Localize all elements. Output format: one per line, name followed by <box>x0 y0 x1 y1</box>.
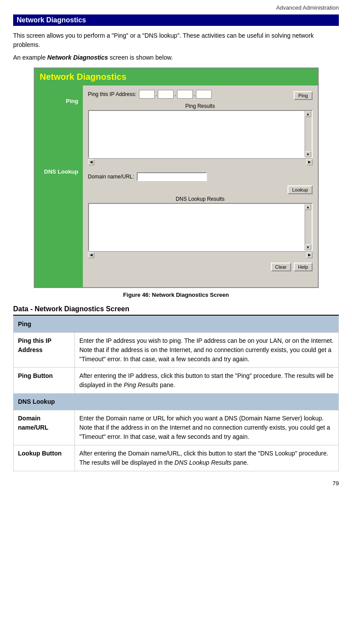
dns-domain-input[interactable] <box>137 172 207 181</box>
table-group-ping: Ping <box>14 316 339 333</box>
dns-results-wrapper: ▲ ▼ ◀ ▶ <box>88 203 313 258</box>
ping-results-wrapper: ▲ ▼ ◀ ▶ <box>88 110 313 165</box>
ping-scroll-down[interactable]: ▼ <box>305 151 311 157</box>
ping-results-label: Ping Results <box>88 103 313 109</box>
dns-scrollbar-h[interactable]: ◀ ▶ <box>88 251 313 258</box>
screen-mockup-header: Network Diagnostics <box>35 68 318 85</box>
dns-results-label: DNS Lookup Results <box>88 196 313 202</box>
help-button[interactable]: Help <box>294 263 313 271</box>
dns-section: Domain name/URL: Lookup DNS Lookup Resul… <box>88 172 313 258</box>
ip-inputs: . . . <box>139 90 212 99</box>
page-header: Advanced Administration <box>13 4 339 11</box>
section-title: Network Diagnostics <box>13 14 339 26</box>
ping-scroll-up[interactable]: ▲ <box>305 111 311 117</box>
ping-button[interactable]: Ping <box>294 91 312 100</box>
table-row: Ping this IP Address Enter the IP addres… <box>14 333 339 368</box>
lookup-button[interactable]: Lookup <box>288 185 312 194</box>
row-desc-domain: Enter the Domain name or URL for which y… <box>75 410 339 445</box>
row-desc-ping-button: After entering the IP address, click thi… <box>75 368 339 394</box>
bottom-buttons: Clear Help <box>88 263 313 275</box>
dns-scroll-right[interactable]: ▶ <box>306 252 313 258</box>
table-row: Lookup Button After entering the Domain … <box>14 445 339 471</box>
screen-content: Ping this IP Address: . . . P <box>83 85 318 287</box>
row-label-domain: Domain name/URL <box>14 410 75 445</box>
row-desc-ping-ip: Enter the IP address you wish to ping. T… <box>75 333 339 368</box>
table-group-dns: DNS Lookup <box>14 394 339 410</box>
screen-sidebar: Ping DNS Lookup <box>35 85 83 287</box>
ping-section: Ping this IP Address: . . . P <box>88 90 313 165</box>
intro-paragraph-2: An example Network Diagnostics screen is… <box>13 53 339 62</box>
ping-scrollbar-h[interactable]: ◀ ▶ <box>88 158 313 165</box>
dns-domain-label: Domain name/URL: <box>88 174 134 180</box>
dns-scroll-left[interactable]: ◀ <box>88 252 94 258</box>
clear-button[interactable]: Clear <box>271 263 291 271</box>
ping-scroll-right[interactable]: ▶ <box>306 159 313 165</box>
dns-domain-row: Domain name/URL: <box>88 172 207 181</box>
ip-octet-2[interactable] <box>158 90 174 99</box>
row-label-ping-ip: Ping this IP Address <box>14 333 75 368</box>
ping-scrollbar-v[interactable]: ▲ ▼ <box>305 111 312 157</box>
row-label-ping-button: Ping Button <box>14 368 75 394</box>
ping-ip-label: Ping this IP Address: <box>88 91 137 97</box>
ip-octet-4[interactable] <box>196 90 212 99</box>
header-title: Advanced Administration <box>276 4 339 11</box>
ping-results-area[interactable]: ▲ ▼ <box>88 110 313 158</box>
screen-mockup-title: Network Diagnostics <box>40 72 127 82</box>
ping-ip-row: Ping this IP Address: . . . <box>88 90 212 99</box>
dns-results-area[interactable]: ▲ ▼ <box>88 203 313 251</box>
screen-mockup-body: Ping DNS Lookup Ping this IP Address: . <box>35 85 318 287</box>
intro-paragraph-1: This screen allows you to perform a "Pin… <box>13 31 339 50</box>
dns-top-row: Domain name/URL: <box>88 172 313 184</box>
ping-top-row: Ping this IP Address: . . . P <box>88 90 313 101</box>
ping-group-header: Ping <box>14 316 339 333</box>
dns-scroll-down[interactable]: ▼ <box>305 244 311 250</box>
page-number: 79 <box>13 480 339 487</box>
ping-scroll-left[interactable]: ◀ <box>88 159 94 165</box>
dns-scroll-up[interactable]: ▲ <box>305 204 311 210</box>
sidebar-ping-label: Ping <box>35 94 83 108</box>
data-table: Ping Ping this IP Address Enter the IP a… <box>13 316 339 471</box>
dns-scroll-track <box>305 210 312 244</box>
ip-octet-1[interactable] <box>139 90 155 99</box>
row-label-lookup-button: Lookup Button <box>14 445 75 471</box>
row-desc-lookup-button: After entering the Domain name/URL, clic… <box>75 445 339 471</box>
screen-mockup: Network Diagnostics Ping DNS Lookup Ping… <box>34 68 319 288</box>
figure-container: Network Diagnostics Ping DNS Lookup Ping… <box>13 68 339 298</box>
data-section-title: Data - Network Diagnostics Screen <box>13 305 339 316</box>
ip-octet-3[interactable] <box>177 90 193 99</box>
dns-group-header: DNS Lookup <box>14 394 339 410</box>
table-row: Domain name/URL Enter the Domain name or… <box>14 410 339 445</box>
ping-scroll-track <box>305 117 312 151</box>
sidebar-dns-label: DNS Lookup <box>35 165 83 178</box>
table-row: Ping Button After entering the IP addres… <box>14 368 339 394</box>
dns-scrollbar-v[interactable]: ▲ ▼ <box>305 204 312 250</box>
figure-caption: Figure 46: Network Diagnostics Screen <box>123 292 229 298</box>
